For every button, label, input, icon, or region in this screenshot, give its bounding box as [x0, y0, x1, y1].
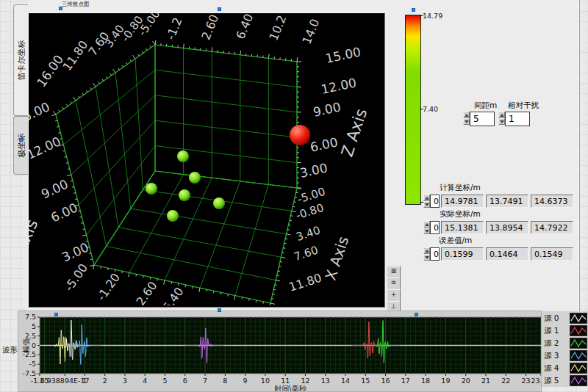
svg-text:15.00: 15.00 [324, 44, 362, 66]
legend-item-source3[interactable]: 源 3 [543, 350, 587, 361]
svg-text:17: 17 [401, 377, 410, 385]
error-index-down[interactable] [423, 254, 430, 261]
interference-input[interactable]: 1 [505, 112, 530, 126]
error-index-input[interactable]: 0 [430, 247, 440, 261]
interference-stepper [498, 112, 505, 125]
svg-text:-1.2: -1.2 [163, 15, 184, 42]
spacing-input[interactable]: 5 [470, 112, 495, 126]
calculated-index-input[interactable]: 0 [430, 195, 440, 208]
svg-text:3.00: 3.00 [60, 239, 91, 264]
svg-text:9.00: 9.00 [312, 99, 342, 119]
svg-text:3.00: 3.00 [298, 160, 329, 180]
svg-text:X Axis: X Axis [321, 234, 352, 283]
interference-decrement-button[interactable] [498, 118, 505, 125]
actual-index-stepper [423, 221, 430, 234]
waveform-svg: 7.552.50-2.5-5-7.5-1.256.938894E-1712345… [18, 311, 541, 391]
actual-index-input[interactable]: 0 [430, 221, 440, 234]
legend-item-source1[interactable]: 源 1 [543, 325, 587, 336]
svg-text:12: 12 [301, 377, 309, 385]
spacing-stepper [463, 112, 470, 125]
waveform-legend: 源 0 源 1 源 2 源 3 源 4 源 5 [542, 311, 588, 387]
tab-cartesian[interactable]: 笛卡尔坐标 [13, 4, 28, 116]
spacing-label: 间距m [474, 101, 497, 111]
selection-handle[interactable] [19, 138, 23, 142]
svg-text:8: 8 [223, 377, 227, 385]
source5-waveform-icon [570, 375, 587, 386]
legend-item-source0[interactable]: 源 0 [543, 313, 587, 324]
svg-text:Z Axis: Z Axis [338, 106, 371, 159]
tab-polar-label: 极坐标 [15, 134, 26, 158]
selection-handle[interactable] [59, 7, 62, 10]
svg-text:2: 2 [103, 377, 107, 385]
crosshair-icon[interactable]: + [387, 289, 401, 302]
legend-item-source5[interactable]: 源 5 [543, 375, 587, 386]
legend-item-source2[interactable]: 源 2 [543, 338, 587, 349]
source2-waveform-icon [570, 338, 587, 349]
svg-text:7: 7 [203, 377, 207, 385]
tab-cartesian-label: 笛卡尔坐标 [15, 40, 26, 81]
source0-waveform-icon [570, 313, 587, 324]
selection-handle[interactable] [415, 313, 418, 316]
svg-text:9: 9 [243, 377, 248, 385]
svg-text:20: 20 [462, 377, 470, 385]
svg-text:12.00: 12.00 [320, 75, 358, 97]
svg-text:2.60: 2.60 [198, 13, 221, 42]
actual-index-up[interactable] [423, 221, 430, 228]
error-index-stepper [423, 247, 430, 261]
svg-text:14.0: 14.0 [299, 17, 322, 46]
source3-waveform-icon [570, 350, 587, 361]
selection-handle[interactable] [218, 7, 221, 11]
projection-icon[interactable]: ⊠ [387, 266, 401, 278]
svg-text:11: 11 [281, 377, 290, 385]
svg-text:11.80: 11.80 [287, 271, 323, 294]
svg-text:19: 19 [441, 377, 450, 385]
scatter3d-plot[interactable]: 16.0011.807.603.40-0.80-5.00-1.22.606.40… [28, 12, 385, 308]
svg-text:5: 5 [162, 377, 167, 385]
actual-z-value: 14.7922 [531, 221, 573, 234]
error-index-up[interactable] [423, 247, 430, 254]
color-scale-bar [405, 15, 421, 205]
calculated-index-up[interactable] [423, 195, 430, 201]
svg-text:6: 6 [183, 377, 187, 385]
tab-polar[interactable]: 极坐标 [13, 116, 28, 175]
svg-text:21: 21 [481, 377, 490, 385]
svg-text:16.00: 16.00 [34, 52, 66, 90]
error-z-value: 0.1549 [531, 247, 573, 261]
selection-handle[interactable] [218, 308, 221, 312]
svg-text:15: 15 [361, 377, 370, 385]
actual-coords-label: 实际坐标/m [440, 209, 481, 219]
actual-index-down[interactable] [423, 228, 430, 234]
calculated-x-value: 14.9781 [441, 195, 484, 208]
spacing-increment-button[interactable] [463, 112, 470, 118]
zigzag-icon[interactable]: ≋ [387, 277, 401, 290]
spacing-decrement-button[interactable] [463, 118, 470, 125]
svg-text:15.00: 15.00 [29, 99, 52, 128]
legend-item-source4[interactable]: 源 4 [543, 363, 587, 374]
actual-y-value: 13.8954 [486, 221, 528, 234]
color-scale-max: 14.79 [423, 12, 442, 20]
svg-text:18: 18 [421, 377, 430, 385]
svg-text:10.2: 10.2 [266, 13, 289, 43]
svg-text:11.80: 11.80 [60, 38, 91, 73]
interference-increment-button[interactable] [498, 112, 505, 118]
svg-text:-5.00: -5.00 [62, 261, 90, 294]
interference-label: 相对干扰 [508, 101, 539, 111]
svg-text:-1.20: -1.20 [94, 270, 123, 303]
error-x-value: 0.1599 [441, 247, 484, 261]
svg-text:10: 10 [261, 377, 270, 385]
calculated-z-value: 14.6373 [531, 195, 573, 208]
svg-text:Z Axis: Z Axis [29, 217, 41, 269]
color-scale: 14.79 7.40 0.00 [404, 12, 451, 210]
error-label: 误差值/m [439, 236, 472, 246]
svg-text:1: 1 [82, 377, 87, 385]
svg-text:3: 3 [123, 377, 127, 385]
front-panel: 笛卡尔坐标 极坐标 三维散点图 16.0011.807.603.40-0.80-… [0, 0, 588, 392]
calculated-y-value: 13.7491 [486, 195, 528, 208]
selection-handle[interactable] [54, 313, 58, 316]
svg-text:4: 4 [143, 377, 147, 385]
selection-handle[interactable] [412, 8, 415, 12]
svg-text:-5: -5 [29, 360, 36, 368]
svg-text:22: 22 [501, 377, 510, 385]
svg-text:7.5: 7.5 [25, 313, 36, 321]
calculated-index-down[interactable] [423, 201, 430, 208]
